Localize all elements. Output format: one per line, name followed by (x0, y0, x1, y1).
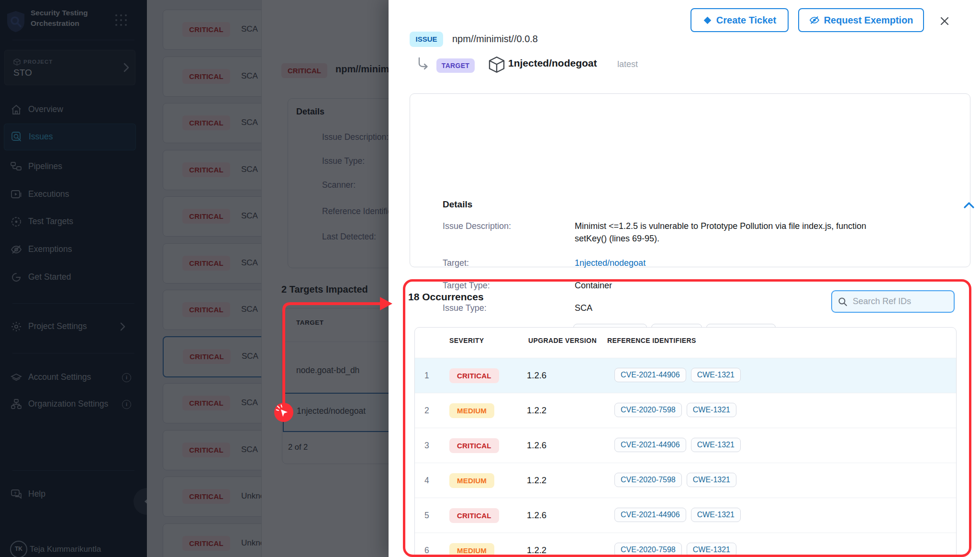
upgrade-version: 1.2.2 (527, 475, 546, 486)
field-label: Target: (443, 258, 469, 268)
ref-id-chip[interactable]: CVE-2021-44906 (614, 438, 686, 452)
occurrences-heading: 18 Occurrences (408, 291, 484, 303)
reference-chips: CVE-2021-44906CWE-1321 (614, 438, 746, 452)
severity-badge: MEDIUM (449, 403, 494, 418)
reference-chips: CVE-2020-7598CWE-1321 (614, 403, 741, 417)
occurrence-row[interactable]: 4 MEDIUM 1.2.2 CVE-2020-7598CWE-1321 (415, 463, 956, 498)
button-label: Request Exemption (824, 15, 913, 26)
issue-type-value: SCA (575, 303, 592, 313)
sub-arrow-icon (417, 57, 430, 70)
upgrade-version: 1.2.2 (527, 405, 546, 416)
column-header: UPGRADE VERSION (528, 337, 597, 344)
close-button[interactable] (937, 13, 952, 29)
close-icon (937, 13, 952, 29)
field-label: Issue Type: (443, 303, 487, 313)
modal-dim-overlay (0, 0, 389, 557)
upgrade-version: 1.2.2 (527, 545, 546, 556)
column-header: SEVERITY (449, 337, 484, 344)
issue-badge: ISSUE (410, 32, 443, 47)
target-type-value: Container (575, 281, 612, 291)
ref-id-chip[interactable]: CVE-2021-44906 (614, 368, 686, 382)
details-card: Details Issue Description: Minimist <=1.… (410, 93, 970, 267)
occurrence-row[interactable]: 5 CRITICAL 1.2.6 CVE-2021-44906CWE-1321 (415, 498, 956, 533)
button-label: Create Ticket (716, 15, 776, 26)
row-index: 6 (424, 546, 429, 556)
severity-badge: MEDIUM (449, 543, 494, 557)
issue-name: npm//minimist//0.0.8 (452, 34, 538, 45)
field-label: Target Type: (443, 281, 490, 291)
ref-id-chip[interactable]: CVE-2021-44906 (614, 508, 686, 522)
ref-id-chip[interactable]: CVE-2020-7598 (614, 543, 682, 557)
target-name: 1njected/nodegoat (508, 57, 597, 69)
reference-chips: CVE-2020-7598CWE-1321 (614, 543, 741, 557)
create-ticket-button[interactable]: Create Ticket (690, 8, 789, 32)
occurrences-table: SEVERITY UPGRADE VERSION REFERENCE IDENT… (414, 327, 957, 557)
severity-badge: MEDIUM (449, 473, 494, 488)
diamond-icon (703, 16, 712, 25)
ref-id-chip[interactable]: CWE-1321 (691, 508, 741, 522)
ref-id-chip[interactable]: CWE-1321 (691, 368, 741, 382)
package-icon (488, 56, 505, 74)
upgrade-version: 1.2.6 (527, 510, 546, 521)
row-index: 3 (424, 441, 429, 451)
reference-chips: CVE-2021-44906CWE-1321 (614, 368, 746, 382)
occurrence-row[interactable]: 2 MEDIUM 1.2.2 CVE-2020-7598CWE-1321 (415, 393, 956, 428)
search-input[interactable] (852, 296, 940, 307)
column-header: REFERENCE IDENTIFIERS (607, 337, 696, 344)
eye-off-icon (809, 15, 820, 25)
occurrence-row[interactable]: 1 CRITICAL 1.2.6 CVE-2021-44906CWE-1321 (415, 358, 956, 393)
ref-id-chip[interactable]: CWE-1321 (687, 403, 736, 417)
severity-badge: CRITICAL (449, 508, 499, 523)
row-index: 2 (424, 406, 429, 416)
occurrence-row[interactable]: 6 MEDIUM 1.2.2 CVE-2020-7598CWE-1321 (415, 533, 956, 557)
severity-badge: CRITICAL (449, 368, 499, 383)
issue-description-line2: setKey() (lines 69-95). (575, 234, 659, 244)
chevron-up-icon[interactable] (963, 201, 975, 209)
ref-id-chip[interactable]: CWE-1321 (691, 438, 741, 452)
screen: Security Testing Orchestration PROJECT S… (0, 0, 980, 557)
search-box (831, 290, 955, 313)
severity-badge: CRITICAL (449, 438, 499, 453)
details-heading: Details (443, 199, 472, 210)
row-index: 4 (424, 476, 429, 486)
ref-id-chip[interactable]: CVE-2020-7598 (614, 403, 682, 417)
target-badge: TARGET (436, 58, 475, 73)
target-link[interactable]: 1njected/nodegoat (575, 258, 646, 268)
reference-chips: CVE-2021-44906CWE-1321 (614, 508, 746, 522)
target-tag: latest (617, 59, 638, 69)
reference-chips: CVE-2020-7598CWE-1321 (614, 473, 741, 487)
field-label: Issue Description: (443, 221, 511, 231)
row-index: 1 (424, 371, 429, 381)
row-index: 5 (424, 511, 429, 521)
search-icon (838, 297, 847, 307)
ref-id-chip[interactable]: CWE-1321 (687, 473, 736, 487)
request-exemption-button[interactable]: Request Exemption (798, 8, 924, 32)
issue-detail-modal: Create Ticket Request Exemption ISSUE np… (389, 0, 980, 557)
occurrence-row[interactable]: 3 CRITICAL 1.2.6 CVE-2021-44906CWE-1321 (415, 428, 956, 463)
issue-description-line1: Minimist <=1.2.5 is vulnerable to Protot… (575, 221, 866, 231)
ref-id-chip[interactable]: CVE-2020-7598 (614, 473, 682, 487)
upgrade-version: 1.2.6 (527, 440, 546, 451)
upgrade-version: 1.2.6 (527, 370, 546, 381)
ref-id-chip[interactable]: CWE-1321 (687, 543, 736, 557)
